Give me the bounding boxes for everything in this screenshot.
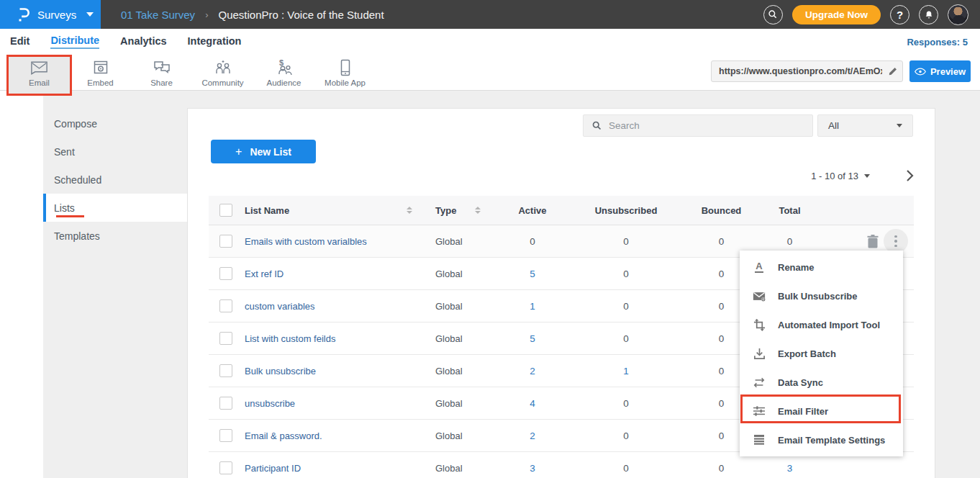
row-checkbox[interactable] (219, 397, 232, 410)
sidebar-item-scheduled[interactable]: Scheduled (43, 166, 187, 194)
user-avatar[interactable] (948, 4, 968, 25)
channel-community[interactable]: Community (192, 55, 253, 91)
channel-email[interactable]: Email (9, 55, 70, 91)
menu-item-rename[interactable]: A Rename (740, 253, 903, 281)
next-page-button[interactable] (906, 169, 914, 182)
search-icon (591, 120, 602, 131)
menu-item-label: Export Batch (778, 348, 836, 359)
channel-embed[interactable]: Embed (70, 55, 131, 91)
row-checkbox[interactable] (219, 332, 232, 345)
sort-icon[interactable] (407, 207, 412, 214)
sidebar-item-label: Lists (54, 202, 75, 214)
column-header-list-name[interactable]: List Name (245, 205, 421, 216)
sort-icon[interactable] (475, 207, 481, 214)
sidebar-item-lists[interactable]: Lists (43, 194, 187, 222)
preview-label: Preview (930, 66, 966, 77)
row-checkbox[interactable] (219, 299, 232, 312)
active-count[interactable]: 2 (530, 430, 535, 441)
active-count[interactable]: 5 (530, 269, 535, 279)
total-count[interactable]: 3 (787, 463, 793, 474)
list-name-link[interactable]: Emails with custom varialbles (245, 236, 421, 247)
upgrade-now-button[interactable]: Upgrade Now (792, 5, 881, 24)
list-name-link[interactable]: Ext ref ID (245, 269, 421, 279)
sidebar-item-compose[interactable]: Compose (43, 109, 187, 137)
unsubscribed-count[interactable]: 1 (623, 366, 629, 376)
active-count[interactable]: 3 (530, 463, 535, 474)
new-list-button[interactable]: + New List (211, 140, 316, 163)
active-count[interactable]: 5 (530, 333, 535, 344)
row-checkbox[interactable] (219, 429, 232, 442)
menu-item-export-batch[interactable]: Export Batch (740, 339, 903, 368)
sidebar-item-sent[interactable]: Sent (43, 137, 187, 166)
chevron-down-icon (86, 12, 94, 17)
active-count[interactable]: 1 (530, 301, 535, 312)
menu-item-label: Data Sync (778, 377, 823, 388)
active-count[interactable]: 4 (530, 398, 535, 409)
top-nav: Surveys 01 Take Survey › QuestionPro : V… (0, 0, 980, 29)
tab-analytics[interactable]: Analytics (120, 35, 166, 48)
row-checkbox[interactable] (219, 235, 232, 248)
menu-item-label: Rename (778, 262, 815, 273)
list-filter-dropdown[interactable]: All (817, 114, 913, 137)
bounced-count: 0 (719, 398, 725, 409)
list-name-link[interactable]: Email & password. (245, 430, 421, 441)
channel-label: Email (29, 78, 50, 87)
notifications-button[interactable] (919, 5, 938, 24)
list-name-link[interactable]: Participant ID (245, 463, 421, 474)
survey-url-input[interactable] (712, 66, 884, 76)
responses-count[interactable]: Responses: 5 (907, 37, 980, 48)
column-header-active[interactable]: Active (518, 205, 546, 216)
tab-distribute[interactable]: Distribute (50, 35, 99, 49)
sidebar-item-templates[interactable]: Templates (43, 222, 187, 250)
list-name-link[interactable]: Bulk unsubscribe (245, 366, 421, 376)
column-header-total[interactable]: Total (779, 205, 800, 216)
delete-list-button[interactable] (867, 235, 879, 248)
bulk-unsubscribe-icon (753, 291, 766, 302)
breadcrumb-survey-link[interactable]: 01 Take Survey (121, 9, 195, 21)
row-checkbox[interactable] (219, 364, 232, 377)
list-type: Global (421, 236, 511, 247)
search-input[interactable] (609, 120, 789, 131)
column-header-unsubscribed[interactable]: Unsubscribed (595, 205, 658, 216)
menu-item-label: Automated Import Tool (778, 320, 880, 330)
chevron-right-icon (906, 169, 914, 182)
surveys-menu[interactable]: Surveys (0, 0, 101, 29)
email-sidebar: Compose Sent Scheduled Lists Templates (43, 109, 187, 250)
row-menu-button[interactable] (884, 229, 908, 253)
pagination: 1 - 10 of 13 (720, 168, 914, 183)
help-button[interactable]: ? (890, 5, 909, 24)
list-type: Global (421, 366, 511, 376)
menu-item-data-sync[interactable]: Data Sync (740, 368, 903, 397)
column-header-bounced[interactable]: Bounced (702, 205, 742, 216)
top-nav-actions: Upgrade Now ? (763, 4, 980, 25)
menu-item-email-template-settings[interactable]: Email Template Settings (740, 425, 903, 454)
menu-item-automated-import-tool[interactable]: Automated Import Tool (740, 310, 903, 339)
audience-icon: $ (275, 59, 294, 76)
channel-share[interactable]: Share (131, 55, 192, 91)
active-count[interactable]: 2 (530, 366, 535, 376)
menu-item-bulk-unsubscribe[interactable]: Bulk Unsubscribe (740, 281, 903, 310)
total-count: 0 (787, 236, 793, 247)
list-name-link[interactable]: unsubscribe (245, 398, 421, 409)
channel-label: Audience (267, 78, 301, 87)
data-sync-icon (753, 377, 766, 388)
breadcrumb-separator: › (205, 9, 208, 20)
email-template-settings-icon (753, 434, 765, 446)
unsubscribed-count: 0 (623, 333, 629, 344)
select-all-checkbox[interactable] (219, 204, 232, 217)
preview-button[interactable]: Preview (909, 60, 971, 82)
pagination-dropdown-icon[interactable] (864, 174, 870, 178)
tab-edit[interactable]: Edit (10, 35, 30, 48)
tab-integration[interactable]: Integration (188, 35, 242, 48)
bell-icon (924, 9, 934, 20)
list-name-link[interactable]: List with custom feilds (245, 333, 421, 344)
channel-audience[interactable]: $ Audience (253, 55, 314, 91)
row-checkbox[interactable] (219, 461, 232, 474)
column-header-type[interactable]: Type (421, 205, 511, 216)
row-checkbox[interactable] (219, 267, 232, 280)
edit-url-button[interactable] (884, 66, 902, 76)
list-name-link[interactable]: custom variables (245, 301, 421, 312)
channel-mobile-app[interactable]: Mobile App (314, 55, 376, 91)
annotation-underline-lists (56, 215, 84, 217)
search-button[interactable] (763, 5, 783, 24)
